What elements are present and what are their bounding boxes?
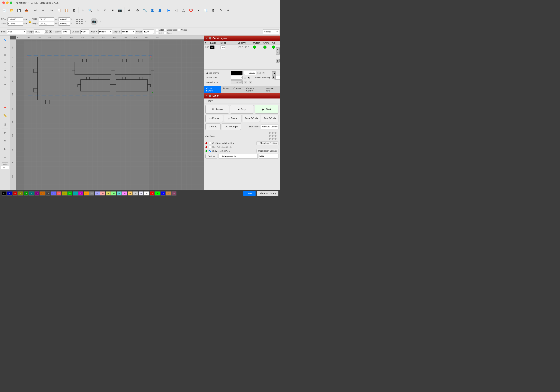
pause-button[interactable]: ⏸ Pause (205, 105, 229, 114)
circle-tool[interactable]: ○ (1, 59, 9, 66)
color-chip-18[interactable]: 18 (100, 191, 105, 196)
interval-input[interactable] (231, 80, 243, 84)
air-led[interactable] (272, 46, 275, 49)
width-input[interactable] (39, 17, 54, 21)
play-button[interactable]: ▶ (165, 7, 172, 14)
settings-button[interactable]: ⚙ (134, 7, 141, 14)
color-chip-01[interactable]: 01 (7, 191, 12, 196)
cuts-layers-close[interactable]: ✕ (205, 37, 208, 40)
xpos-input[interactable] (7, 17, 23, 21)
text-tool[interactable]: T (1, 97, 9, 104)
color-chip-11[interactable]: 11 (62, 191, 67, 196)
zoom-fit-button[interactable]: ⊕ (94, 7, 101, 14)
color-chip-19[interactable]: 19 (106, 191, 111, 196)
pin-tool[interactable]: 📍 (1, 105, 9, 112)
offset-input[interactable] (143, 29, 154, 34)
new-file-button[interactable]: 📄 (1, 7, 8, 14)
move-button[interactable]: ✛ (79, 7, 86, 14)
color-chip-29[interactable]: 29 (160, 191, 166, 196)
origin-dot-8[interactable] (272, 138, 274, 140)
camera-button[interactable]: 📷 (116, 7, 123, 14)
origin-dot-9[interactable] (275, 138, 277, 140)
rotate-tool[interactable]: ↻ (1, 146, 9, 153)
use-selection-checkbox[interactable] (209, 146, 211, 148)
font-height-down[interactable]: ▼ (49, 30, 52, 33)
ring-tool[interactable]: ◎ (1, 121, 9, 128)
run-gcode-button[interactable]: Run GCode (261, 115, 279, 122)
chart-button[interactable]: 📊 (202, 7, 209, 14)
color-chip-16[interactable]: 16 (89, 191, 94, 196)
zoom-in-button[interactable]: 🔍 (87, 7, 94, 14)
ypos-input[interactable] (7, 22, 23, 26)
color-chip-25[interactable]: 25 (139, 191, 144, 196)
show-led[interactable] (263, 46, 267, 49)
pass-down[interactable]: ▼ (248, 76, 250, 79)
distort-checkbox[interactable] (164, 32, 166, 34)
origin-dot-6[interactable] (275, 135, 277, 137)
color-chip-13[interactable]: 13 (73, 191, 78, 196)
zoom-select-button[interactable]: ⊡ (101, 7, 109, 14)
ruler-tool[interactable]: 📏 (1, 112, 9, 119)
device-select[interactable]: cu.debug-console (219, 154, 258, 159)
radius-input[interactable] (1, 166, 9, 169)
prev-button[interactable]: ◁ (173, 7, 180, 14)
vspace-input[interactable] (80, 29, 89, 34)
copy-button[interactable]: 📋 (56, 7, 63, 14)
origin-dot-4[interactable] (269, 135, 270, 137)
start-button[interactable]: ▶ Start (255, 105, 279, 114)
canvas-area[interactable]: 100 140 180 220 260 300 340 380 420 460 … (10, 36, 204, 190)
width-pct-input[interactable] (58, 17, 70, 21)
origin-dot-2[interactable] (272, 132, 274, 134)
color-chip-07[interactable]: 07 (40, 191, 45, 196)
canvas-content[interactable]: X Y (16, 39, 204, 190)
color-chip-28[interactable]: 28 (155, 191, 160, 196)
tab-cuts-layers[interactable]: Cuts / Layers (204, 86, 221, 93)
laser-close[interactable]: ✕ (205, 94, 208, 97)
frame1-button[interactable]: ▭ Frame (205, 115, 223, 122)
laser-tab-button[interactable]: Laser (243, 191, 256, 196)
cuts-table-row[interactable]: C00 00 Line 100.0 / 20.0 (204, 45, 280, 50)
color-chip-10[interactable]: 10 (56, 191, 61, 196)
color-chip-00[interactable]: 00 (1, 191, 7, 196)
color-chip-15[interactable]: 15 (84, 191, 89, 196)
origin-dot-1[interactable] (269, 132, 270, 134)
devices-button[interactable]: Devices (205, 154, 217, 158)
color-chip-09[interactable]: 09 (51, 191, 56, 196)
monitor-button[interactable]: 🖥 (125, 7, 132, 14)
start-from-select[interactable]: Absolute Coords (261, 124, 279, 129)
tools-button[interactable]: 🔧 (141, 7, 149, 14)
interval-down[interactable]: ▼ (249, 81, 252, 83)
color-chip-02[interactable]: 02 (12, 191, 18, 196)
propbar-expand-right[interactable]: » (100, 20, 101, 23)
next-button[interactable]: △ (180, 7, 187, 14)
scroll-down-button[interactable]: ▼ (276, 51, 280, 55)
open-file-button[interactable]: 📂 (8, 7, 15, 14)
save-file-button[interactable]: 💾 (16, 7, 23, 14)
expand-right-button[interactable]: ▶ (272, 75, 276, 79)
origin-dot-3[interactable] (275, 132, 277, 134)
height-input[interactable] (39, 22, 54, 26)
paste-button[interactable]: 📋 (63, 7, 70, 14)
color-chip-24[interactable]: 24 (133, 191, 138, 196)
export-button[interactable]: 📤 (23, 7, 30, 14)
speed-value-input[interactable] (244, 71, 256, 75)
italic-checkbox[interactable] (156, 32, 158, 34)
speed-down[interactable]: ▼ (262, 72, 265, 74)
matlib-button[interactable]: Material Library (257, 191, 279, 196)
optimize-checkbox[interactable] (209, 150, 211, 152)
pass-count-input[interactable] (231, 76, 243, 79)
height-pct-input[interactable] (58, 22, 70, 26)
scroll-up-button[interactable]: ▲ (276, 47, 280, 51)
color-chip-27[interactable]: 27 (150, 191, 155, 196)
frame-tool[interactable]: ▭ (1, 90, 9, 97)
pointer-tool[interactable]: ↖ (1, 36, 9, 43)
color-chip-26[interactable]: 26 (144, 191, 149, 196)
bezier-tool[interactable]: ◇ (1, 74, 9, 80)
tab-console[interactable]: Console (231, 86, 244, 93)
pass-up[interactable]: ▲ (244, 76, 246, 79)
polygon-tool[interactable]: ⬡ (1, 66, 9, 73)
frame2-button[interactable]: ◎ Frame (224, 115, 241, 122)
bold-checkbox[interactable] (156, 29, 158, 31)
color-chip-04[interactable]: 04 (23, 191, 29, 196)
save-gcode-button[interactable]: Save GCode (243, 115, 260, 122)
